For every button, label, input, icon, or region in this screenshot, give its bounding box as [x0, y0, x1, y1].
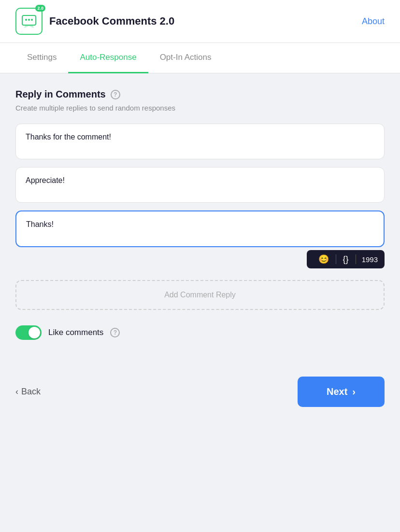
like-comments-help-icon[interactable]: ? — [110, 328, 120, 337]
reply-input-1[interactable]: Thanks for the comment! — [15, 124, 385, 159]
reply-input-2[interactable]: Appreciate! — [15, 167, 385, 203]
app-header: 2.0 Facebook Comments 2.0 About — [0, 0, 400, 43]
tab-auto-response[interactable]: Auto-Response — [68, 43, 148, 73]
tab-opt-in-actions[interactable]: Opt-In Actions — [148, 43, 223, 73]
section-help-icon[interactable]: ? — [111, 90, 120, 99]
app-icon-svg — [21, 14, 37, 29]
emoji-icon: 😊 — [318, 254, 329, 265]
next-label: Next — [327, 386, 347, 397]
tab-settings[interactable]: Settings — [15, 43, 68, 73]
next-button[interactable]: Next › — [298, 377, 385, 407]
section-subtitle: Create multiple replies to send random r… — [15, 104, 385, 112]
svg-point-2 — [28, 19, 30, 21]
section-title: Reply in Comments — [15, 89, 106, 100]
section-title-row: Reply in Comments ? — [15, 89, 385, 100]
svg-point-1 — [25, 19, 27, 21]
toolbar-divider — [336, 254, 336, 264]
like-comments-toggle[interactable] — [15, 325, 42, 340]
next-chevron-icon: › — [352, 386, 356, 397]
back-chevron-icon: ‹ — [15, 387, 18, 397]
back-button[interactable]: ‹ Back — [15, 387, 41, 397]
like-comments-label: Like comments — [48, 328, 103, 337]
variable-icon: {} — [343, 254, 349, 265]
reply-input-3-wrapper: Thanks! 😊 {} 1993 — [15, 210, 385, 247]
variable-button[interactable]: {} — [338, 254, 354, 265]
tabs: Settings Auto-Response Opt-In Actions — [15, 43, 385, 73]
header-left: 2.0 Facebook Comments 2.0 — [15, 8, 174, 35]
svg-point-3 — [31, 19, 33, 21]
emoji-button[interactable]: 😊 — [314, 254, 334, 265]
toolbar-divider-2 — [356, 254, 356, 264]
back-label: Back — [21, 387, 41, 397]
version-badge: 2.0 — [35, 5, 45, 12]
char-count: 1993 — [358, 255, 378, 264]
tabs-container: Settings Auto-Response Opt-In Actions — [0, 43, 400, 73]
app-title: Facebook Comments 2.0 — [49, 15, 174, 28]
add-comment-reply-button[interactable]: Add Comment Reply — [15, 280, 385, 310]
reply-input-3[interactable]: Thanks! — [15, 210, 385, 247]
app-icon: 2.0 — [15, 8, 43, 35]
about-link[interactable]: About — [362, 16, 385, 27]
main-content: Reply in Comments ? Create multiple repl… — [0, 73, 400, 369]
toggle-knob — [29, 327, 40, 338]
floating-toolbar: 😊 {} 1993 — [307, 250, 385, 268]
like-comments-row: Like comments ? — [15, 325, 385, 340]
bottom-nav: ‹ Back Next › — [0, 369, 400, 422]
